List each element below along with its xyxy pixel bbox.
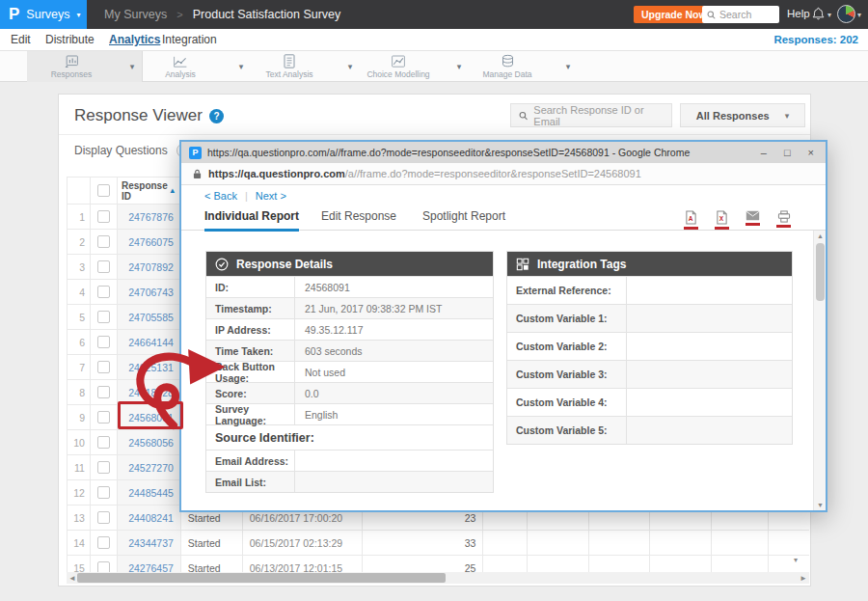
help-question-icon[interactable]: ? [209,109,224,123]
tab-spotlight-report[interactable]: Spotlight Report [422,209,505,229]
detail-row: Custom Variable 5: [507,416,792,444]
tool-choice-modelling[interactable]: Choice Modelling [354,51,443,82]
detail-value [627,277,792,304]
account-caret-icon[interactable]: ▾ [857,11,861,19]
row-checkbox[interactable] [97,311,110,323]
print-icon[interactable] [776,210,791,230]
close-icon[interactable]: × [808,148,814,158]
tool-manage-data[interactable]: Manage Data [463,51,552,82]
response-id-link[interactable]: 24408241 [118,505,181,530]
row-number: 13 [68,505,91,530]
nav-distribute[interactable]: Distribute [45,33,95,46]
detail-row: Custom Variable 1: [507,304,792,332]
tab-individual-report[interactable]: Individual Report [204,209,299,232]
next-link[interactable]: Next > [256,190,286,202]
window-titlebar[interactable]: P https://qa.questionpro.com/a//frame.do… [181,142,826,163]
tool-label: Responses [51,69,93,79]
search-icon [519,111,528,121]
row-checkbox[interactable] [97,336,110,348]
response-id-link[interactable]: 24664144 [118,330,181,354]
separator: | [245,190,248,202]
check-circle-icon [215,258,229,271]
row-checkbox[interactable] [97,561,110,572]
responses-count-badge[interactable]: Responses: 202 [773,34,858,45]
detail-value: 24568091 [295,277,493,297]
row-checkbox[interactable] [97,536,110,549]
response-id-link[interactable]: 24344737 [118,531,181,555]
table-row[interactable]: 15 24276457 Started 06/13/2017 12:01:15 … [68,556,809,572]
top-navbar: P Surveys ▾ My Surveys > Product Satisfa… [0,0,868,29]
row-checkbox-cell [91,556,118,572]
help-link[interactable]: Help [787,8,810,19]
row-checkbox[interactable] [97,486,110,499]
row-checkbox[interactable] [97,361,110,373]
popup-scrollbar[interactable]: ▲ ▼ [813,231,826,510]
survey-nav: Edit Distribute Analytics Integration Re… [0,29,868,51]
product-switcher[interactable]: P Surveys ▾ [0,0,87,29]
notifications-caret-icon[interactable]: ▾ [827,11,831,19]
response-id-link[interactable]: 24767876 [118,205,181,229]
row-checkbox-cell [91,455,118,479]
scrollbar-thumb[interactable] [77,573,446,583]
response-id-link[interactable]: 24766075 [118,230,181,254]
response-id-link[interactable]: 24705585 [118,305,181,329]
email-icon[interactable] [746,210,760,230]
row-number: 3 [68,255,91,279]
row-checkbox[interactable] [97,286,110,298]
response-id-header[interactable]: Response ID▴ [118,178,181,204]
nav-analytics[interactable]: Analytics [109,33,160,46]
tool-text-analysis[interactable]: Text Analysis [245,51,334,82]
scroll-right-icon[interactable]: ► [798,572,809,584]
tool-analysis[interactable]: Analysis [136,51,225,82]
tool-responses[interactable]: Responses [27,51,116,82]
nav-edit[interactable]: Edit [11,33,31,46]
back-link[interactable]: < Back [204,190,237,202]
scroll-up-icon[interactable]: ▲ [814,232,826,239]
maximize-icon[interactable]: □ [784,148,791,158]
table-scroll-down-icon[interactable]: ▾ [794,556,798,564]
row-checkbox[interactable] [97,411,110,423]
row-checkbox[interactable] [97,260,110,273]
row-checkbox[interactable] [97,436,110,449]
detail-row: Back Button Usage: Not used [206,361,493,382]
response-search-placeholder: Search Response ID or Email [533,104,664,127]
detail-label: Email Address: [206,451,295,471]
table-horizontal-scrollbar[interactable]: ◄ ► [67,572,809,584]
user-avatar[interactable] [837,5,855,23]
excel-export-icon[interactable]: X [715,210,729,230]
detail-row: Score: 0.0 [206,382,493,403]
scrollbar-thumb[interactable] [816,243,825,301]
response-id-link[interactable]: 24707892 [118,255,181,279]
response-id-link[interactable]: 24706743 [118,280,181,304]
scroll-down-icon[interactable]: ▼ [814,502,826,508]
table-row[interactable]: 14 24344737 Started 06/15/2017 02:13:29 … [68,531,809,556]
value-cell: 25 [363,556,484,572]
response-id-link[interactable]: 24625131 [118,355,181,379]
response-id-link[interactable]: 24527270 [118,455,181,479]
breadcrumb-parent[interactable]: My Surveys [104,8,167,21]
tab-edit-response[interactable]: Edit Response [321,209,396,229]
select-all-checkbox[interactable] [97,184,110,197]
response-details-extra-rows: Email Address: Email List: [206,450,493,492]
row-checkbox-cell [91,230,118,254]
pdf-export-icon[interactable]: A [684,210,698,230]
tool-manage-data-caret-icon[interactable]: ▾ [557,51,579,82]
row-checkbox[interactable] [97,461,110,474]
row-checkbox[interactable] [97,210,110,223]
row-checkbox[interactable] [97,511,110,524]
address-bar[interactable]: https://qa.questionpro.com/a//frame.do?m… [181,163,826,185]
notifications-bell-icon[interactable] [812,7,825,24]
row-checkbox[interactable] [97,386,110,398]
global-search-input[interactable]: Search [702,6,779,23]
row-checkbox[interactable] [97,235,110,248]
nav-integration[interactable]: Integration [162,33,217,46]
document-chart-icon [283,54,296,68]
minimize-icon[interactable]: – [761,148,767,158]
response-search-input[interactable]: Search Response ID or Email [510,103,672,127]
svg-text:A: A [689,215,693,222]
response-id-link[interactable]: 24485445 [118,480,181,505]
row-checkbox-cell [91,280,118,304]
responses-filter-dropdown[interactable]: All Responses ▾ [680,103,805,127]
response-id-link[interactable]: 24276457 [118,556,181,572]
response-id-link[interactable]: 24568056 [118,430,181,454]
